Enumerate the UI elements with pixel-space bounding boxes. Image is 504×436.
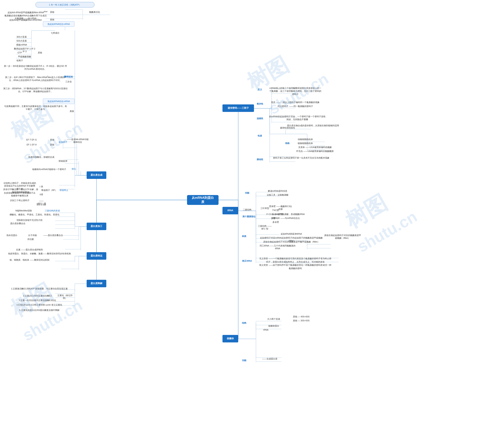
rf-function: 具有GTP酶活性，催化GTP水解，使肽链和核糖体释放 [2,187,39,194]
step1: 第一步：30S亚基游走与翻译起始因子IF-1、IF-3结合，通过SD 序列与mR… [2,64,69,71]
release-erf3: eRF3 II类 [36,203,47,206]
complex-note: 与游离核糖不同，主要亲为多聚体状态，有较多起始因子参与，有5`帽子、3`尾巴参与 [2,104,69,111]
continuity-text1: 由mRNA的起始密码子开始，一个密码子接一个密码子连续阅读，无间隔也不重叠 [268,115,327,121]
ribosome-rrna: rRNA [258,328,274,332]
aminoacyl-trna-prokaryote: 原核 [47,10,57,14]
processing-folding: 蛋白质折叠合合 [2,222,34,225]
wobble-label: 摆动性 [255,158,265,161]
comp-50s: 50S大亚基 [12,39,32,43]
trna-tuc-arm: TΨC臂 [268,208,284,212]
ribosome-func-label: 功能 [239,359,249,362]
ribosome-prokaryote-size: 原核 — 40S+60S [286,315,317,318]
step-label-translate: 三步走 [63,80,74,83]
rf-termination: 联链终止 [58,188,70,192]
n-terminal-cleavage: N端fMet/Met切除 [2,209,45,212]
ubiquitin-step1: 1.泛素激活酶E1消耗ATP 获取能量，与泛素结合而实现泛素 [2,287,77,291]
trna-label: tRNA [223,207,238,214]
ubiquitin-proteasome: 泛素化（标记作用） [55,294,75,300]
trna-type-init: 起始tRNA和延伸tRNA [258,232,325,236]
ribosome-polysome: 核糖体蛋白 [258,324,289,328]
aminoacyl-trna-text1: 起始AA-tRNA是甲硫氨酰基fMet-tRNAfMet [6,10,49,14]
ribosome-struct-label: 结构 [239,321,249,325]
elongation-ef1-ef2: EF-1 EF-Ⅱ [20,143,43,146]
trna-type-elongation: 同工tRNA ——几个代表相同氨酰基的tRNA [258,244,297,250]
corrector-trna-label: 校正tRNA [239,259,255,263]
trna-func-transport: 解读mRNA遗传信息 [258,189,297,193]
trna-type-init-prokaryote: 真核生物起始密码子对应的氨酰基是甲硫氨酸（fMet） [323,233,362,240]
ubiquitin-step5: 5.泛素化的蛋白在26S蛋白酶复合物中降解 [2,308,77,312]
comp-prokaryote: 原核 [35,51,45,54]
corrector-missense: 无义突变 ——一个氨基酸的密变可用代替某某个氨基酸的密码子变为终止密码子，是蛋白… [258,257,333,264]
property-universal-text: 蛋白质生物合成的遗传密码，从原核生物到植物到适用 [286,124,341,128]
n-terminal-label: 三级结构的形成 [42,209,62,212]
protein-synthesis-label: 蛋白质合成 [87,171,106,179]
degeneracy-label: 简并性 [255,102,265,106]
comp-mg: 镁离子 [12,59,27,62]
ribosome-label: 核糖体 [223,335,238,343]
aminoacyl-trna-eukaryote: 真核 [47,18,57,21]
special-mito: 动物细胞线粒体 [286,138,325,141]
central-node: 从mRNA到蛋白质 [187,195,218,205]
comp-30s: 30S小亚基 [12,35,32,39]
corrector-missense2: 错义突变 ——由于密码序中某个氨基酸的变化一种氨基酸的密码变成另一种氨基酸的密码 [258,263,333,270]
hsp-chaperone: 伴侣素 [23,237,38,241]
comp-gtp: GTP [12,51,27,54]
continuity-label: 连续性 [255,117,265,120]
step2: 第二步：在IF-2和GTP的帮助下，fMet-tRNAfMet进入小亚基的P位，… [2,75,69,82]
peptide-ribozyme: 联链延伸 [51,159,75,163]
aminoacyl-base: 氨酰基活化 [85,10,104,14]
trna-func-label: 功能 [239,191,255,195]
chaperon-immune: 抗素 ——蛋白质合成抑制剂 [2,248,57,251]
step3: 第三步：得到tRNA，3个翻译起始因子与小亚基解离与50S大亚基结合。GTP水解… [2,87,69,93]
release-codon: 识别三个终止密码子 [2,199,37,202]
watermark-5: 树图 [340,188,392,235]
translate-init-label: 翻译起始 [63,75,74,78]
protein-processing-label: 蛋白质加工 [87,223,106,230]
transport-er: 核、细胞质、线粒体 ——翻译后转运机制 [2,258,57,262]
watermark-6: shutu.cn [354,207,420,256]
rf-label: 释放因子（RF） [39,188,59,192]
immune-globulin: 免疫球蛋白、珠蛋白、水解酶、激素——翻译后转录同步转录机制 [2,252,77,255]
box-free-trna-mrna-1: 免起始tRNA结合mRNA [43,21,74,27]
peptide-chain-extension: 肽基转移酶化，肽键的合成 [20,155,63,159]
trna-type-label: 种类 [239,234,249,238]
protein-transport-label: 蛋白质转运 [87,252,106,260]
property-label: 性质 [255,134,265,138]
elongation-ef-tg: EF-T EF-G [20,138,43,141]
protein-degradation-label: 蛋白质降解 [87,280,106,287]
trna-D-arm: D臂 [268,216,279,220]
hsp-label: 热休克蛋白 [2,233,22,237]
ribosome-func-synth: ——合成蛋白质 [258,357,281,361]
special-uga: 支原体 ——UGA被用来编码色氨酸 [286,145,344,149]
hsp-folding: ——蛋白质折叠合合 [41,233,65,237]
def-label: 定义 [255,88,265,91]
trna-func-carrier: 运输工具：运输氨基酸 [258,193,297,197]
trna-site-anticodon: 反密码环 ——与mRNA结合位 [258,216,313,220]
trna-3rd-struct: 三级结构 ——倒"L"型 [255,224,275,231]
genetic-code-label: 遗传密码——三联子 [223,104,254,112]
comp-mrna: 模板mRNA [12,43,32,46]
translocation-label: 移位 [69,167,79,171]
def-text1: mRNA线上的每三个核苷酸翻译成蛋白质多肽链上的一个氨基酸，这三个核苷酸称为密码… [268,86,323,96]
degeneracy-text2: 同义密码子 ——同一氨基酸的密码子 [268,104,323,108]
trna-anticodon-arm: 反密码子臂 [268,212,288,216]
ribosome-struct-size: 大小两个亚基 [258,317,289,321]
processing-cut: 切除新生肽链中无活性片段 [2,218,57,222]
trna-site-label: 两个重要部位 [239,215,259,218]
trna-extra-arm: 多余臂 [268,220,284,224]
comp-fmet: 甲硫氨酸基酸 [12,55,37,58]
seven-components-label: 七种成分 [47,31,63,35]
processing-items: 磷酸化、糖基化、甲基化、乙基化、羟基化、双基化 [2,212,67,217]
ribosome-eukaryote-size: 真核 — 30S+50S [286,319,317,322]
true-prokaryote: 真核 [67,109,77,113]
trna-2nd-struct: 二级结构 [239,208,255,211]
hsp-molecular: 分子伴娘 [23,233,42,237]
special-uaa: 纤毛虫 ——UAA被用来编码谷氨酸酰胺 [286,149,344,153]
ubiquitin-step4: 4.E3促进cyclin.E2将泛素转移 cyclin 使之泛素化 [2,303,77,306]
top-box-specificity: 1.专一性 2.校正活性（消耗ATP） [36,2,94,8]
elongation-aa-bind: ——促进AA-tRNA与核糖体结合 [65,138,90,144]
aminoacyl-trna-text3: 起始AA是甲硫氨酸fMet-tRNAiMet [6,18,45,22]
top-box-label: 1.专一性 2.校正活性（消耗ATP） [49,3,81,6]
wobble-text1: 密码子第三位和反密码子第一位具有不完全互补的配对现象 [268,156,335,160]
box-free-trna-mrna-2: 免起始tRNA结合mRNA [43,99,74,104]
